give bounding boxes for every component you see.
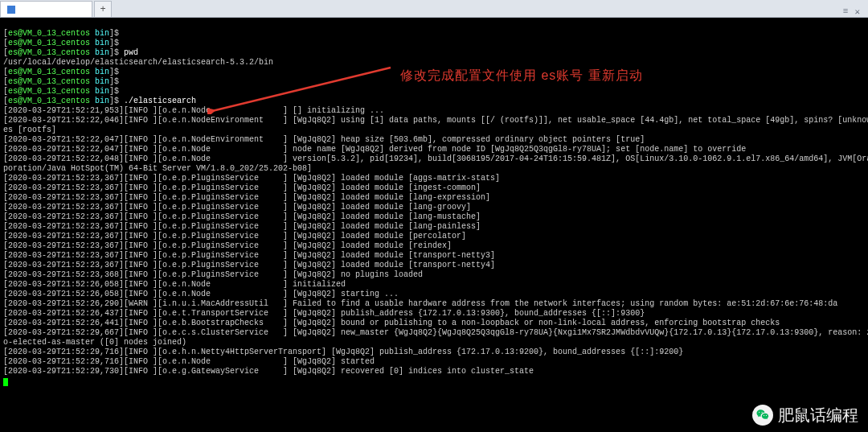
wechat-icon <box>752 405 773 426</box>
prompt-line: [es@VM_0_13_centos bin]$ <box>3 48 124 57</box>
cursor <box>3 378 8 386</box>
command: ./elasticsearch <box>124 97 196 105</box>
new-tab-button[interactable]: + <box>94 1 112 17</box>
svg-line-0 <box>212 68 391 111</box>
browser-tabbar: + ≡ ✕ <box>0 0 868 18</box>
watermark: 肥鼠话编程 <box>752 405 858 426</box>
prompt-line: [es@VM_0_13_centos bin]$ <box>3 39 124 47</box>
log-output: [2020-03-29T21:52:21,953][INFO ][o.e.n.N… <box>3 106 868 376</box>
browser-tab-1[interactable] <box>0 1 92 17</box>
tab-controls: ≡ ✕ <box>843 6 868 17</box>
tab-favicon <box>7 6 15 14</box>
prompt-line: [es@VM_0_13_centos bin]$ <box>3 29 124 38</box>
pwd-output: /usr/local/develop/elasticsearch/elastic… <box>3 58 273 67</box>
watermark-text: 肥鼠话编程 <box>778 410 858 420</box>
terminal-output[interactable]: [es@VM_0_13_centos bin]$ [es@VM_0_13_cen… <box>0 18 868 432</box>
prompt-line: [es@VM_0_13_centos bin]$ <box>3 77 124 86</box>
prompt-line: [es@VM_0_13_centos bin]$ <box>3 97 124 105</box>
close-icon[interactable]: ✕ <box>854 6 860 17</box>
prompt-line: [es@VM_0_13_centos bin]$ <box>3 68 124 76</box>
menu-icon[interactable]: ≡ <box>843 6 849 17</box>
prompt-line: [es@VM_0_13_centos bin]$ <box>3 87 124 96</box>
annotation-text: 修改完成配置文件使用 es账号 重新启动 <box>400 71 643 80</box>
command: pwd <box>124 48 138 57</box>
